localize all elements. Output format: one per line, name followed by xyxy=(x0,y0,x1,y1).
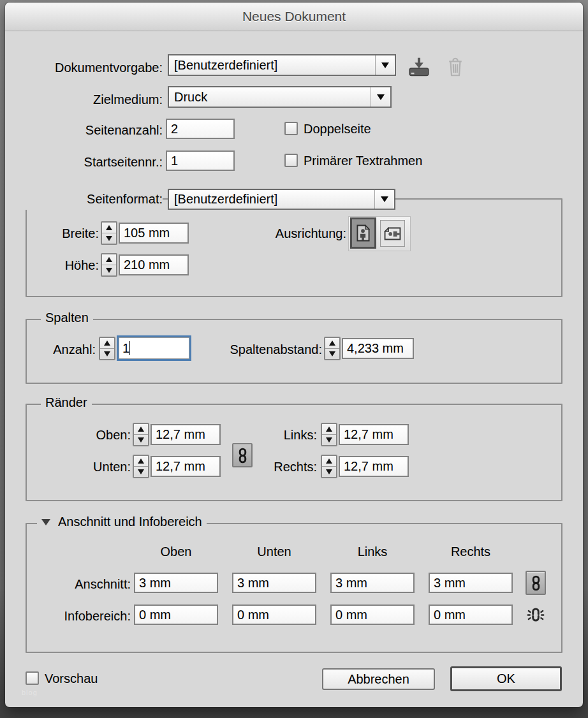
chevron-down-icon xyxy=(381,196,388,202)
cancel-button[interactable]: Abbrechen xyxy=(322,668,435,690)
bleed-slug-legend: Anschnitt und Infobereich xyxy=(37,515,207,529)
columns-legend: Spalten xyxy=(41,311,93,325)
stepper-down-icon[interactable] xyxy=(100,348,114,359)
margin-top-field[interactable]: 12,7 mm xyxy=(151,424,221,445)
stepper-up-icon[interactable] xyxy=(102,223,116,233)
text-caret xyxy=(129,341,130,355)
width-field[interactable]: 105 mm xyxy=(119,223,189,244)
start-page-label: Startseitennr.: xyxy=(18,152,163,172)
intent-label: Zielmedium: xyxy=(18,89,163,110)
stepper-up-icon[interactable] xyxy=(322,456,336,466)
stepper-up-icon[interactable] xyxy=(100,338,114,348)
stepper-up-icon[interactable] xyxy=(102,254,116,265)
width-stepper[interactable] xyxy=(101,221,117,245)
stepper-down-icon[interactable] xyxy=(102,233,116,244)
bleed-link-button[interactable] xyxy=(526,571,546,595)
stepper-down-icon[interactable] xyxy=(325,348,339,359)
chevron-down-icon xyxy=(381,62,389,68)
margin-bottom-stepper[interactable] xyxy=(133,455,149,478)
margin-left-label: Links: xyxy=(241,425,317,446)
margins-group: Ränder xyxy=(26,404,562,501)
column-count-label: Anzahl: xyxy=(18,338,96,362)
delete-preset-button[interactable] xyxy=(444,56,467,78)
stepper-up-icon[interactable] xyxy=(134,456,148,466)
portrait-page-icon xyxy=(356,224,370,242)
facing-pages-label: Doppelseite xyxy=(304,120,371,138)
page-format-legend: Seitenformat: xyxy=(18,189,163,210)
broken-chain-icon xyxy=(526,605,545,624)
start-page-field[interactable]: 1 xyxy=(166,150,235,171)
document-preset-dropdown[interactable]: [Benutzerdefiniert] xyxy=(168,54,396,76)
stepper-up-icon[interactable] xyxy=(322,424,336,434)
margin-left-stepper[interactable] xyxy=(321,423,337,446)
bleed-slug-legend-text: Anschnitt und Infobereich xyxy=(58,515,202,529)
bleed-left-field[interactable]: 3 mm xyxy=(330,573,415,593)
margin-bottom-field[interactable]: 12,7 mm xyxy=(151,456,221,477)
landscape-page-icon xyxy=(384,227,401,240)
dropdown-arrow-zone xyxy=(375,55,395,75)
disclosure-triangle-icon[interactable] xyxy=(41,519,50,525)
preview-checkbox[interactable] xyxy=(26,671,39,685)
slug-top-field[interactable]: 0 mm xyxy=(134,604,218,625)
stepper-up-icon[interactable] xyxy=(134,424,148,434)
stepper-down-icon[interactable] xyxy=(322,434,336,445)
stepper-down-icon[interactable] xyxy=(102,265,116,275)
dropdown-arrow-zone xyxy=(374,190,394,209)
page-count-label: Seitenanzahl: xyxy=(18,120,163,140)
facing-pages-checkbox[interactable] xyxy=(284,122,298,135)
stepper-down-icon[interactable] xyxy=(134,466,148,477)
column-count-stepper[interactable] xyxy=(99,337,115,360)
preview-label: Vorschau xyxy=(45,670,98,687)
margins-link-button[interactable] xyxy=(232,443,253,467)
primary-text-frame-checkbox[interactable] xyxy=(284,154,298,167)
orientation-landscape-button[interactable] xyxy=(380,220,405,247)
ok-button[interactable]: OK xyxy=(450,666,562,691)
trash-icon xyxy=(447,57,464,77)
bleed-bottom-field[interactable]: 3 mm xyxy=(232,573,316,593)
margin-top-stepper[interactable] xyxy=(133,423,149,446)
margin-left-field[interactable]: 12,7 mm xyxy=(339,424,409,445)
stepper-up-icon[interactable] xyxy=(325,338,339,348)
margin-bottom-label: Unten: xyxy=(56,457,131,478)
orientation-portrait-button[interactable] xyxy=(350,217,376,249)
save-preset-button[interactable] xyxy=(406,55,432,78)
slug-right-field[interactable]: 0 mm xyxy=(429,604,513,625)
column-header-left: Links xyxy=(330,545,415,559)
slug-left-field[interactable]: 0 mm xyxy=(330,604,415,625)
stepper-down-icon[interactable] xyxy=(134,434,148,445)
watermark-text: blog xyxy=(22,689,38,696)
chevron-down-icon xyxy=(377,94,385,100)
column-header-bottom: Unten xyxy=(232,545,316,559)
slug-bottom-field[interactable]: 0 mm xyxy=(232,604,316,625)
margin-top-label: Oben: xyxy=(56,425,131,446)
dialog-title: Neues Dokument xyxy=(242,9,346,24)
intent-dropdown[interactable]: Druck xyxy=(168,86,392,108)
primary-text-frame-label: Primärer Textrahmen xyxy=(304,152,422,170)
gutter-field[interactable]: 4,233 mm xyxy=(342,338,414,359)
chain-link-icon xyxy=(237,448,248,464)
bleed-top-field[interactable]: 3 mm xyxy=(134,573,218,593)
intent-value: Druck xyxy=(174,90,371,105)
gutter-stepper[interactable] xyxy=(324,337,341,360)
margin-right-field[interactable]: 12,7 mm xyxy=(339,456,409,477)
height-stepper[interactable] xyxy=(101,253,117,277)
page-count-field[interactable]: 2 xyxy=(166,119,235,139)
dropdown-arrow-zone xyxy=(371,87,390,106)
page-size-dropdown[interactable]: [Benutzerdefiniert] xyxy=(168,189,395,210)
gutter-label: Spaltenabstand: xyxy=(196,338,322,362)
height-field[interactable]: 210 mm xyxy=(119,254,189,275)
slug-label: Infobereich: xyxy=(24,606,131,626)
slug-unlink-button[interactable] xyxy=(524,603,547,626)
height-label: Höhe: xyxy=(31,255,99,276)
chain-link-icon xyxy=(531,575,541,591)
stepper-down-icon[interactable] xyxy=(322,466,336,477)
margin-right-stepper[interactable] xyxy=(321,455,337,478)
orientation-label: Ausrichtung: xyxy=(254,223,346,244)
dialog-titlebar[interactable]: Neues Dokument xyxy=(5,3,583,31)
width-label: Breite: xyxy=(31,223,99,244)
save-preset-icon xyxy=(408,57,430,77)
bleed-right-field[interactable]: 3 mm xyxy=(429,573,513,593)
margins-legend: Ränder xyxy=(41,395,92,410)
page-format-group xyxy=(26,198,562,297)
column-count-field[interactable]: 1 xyxy=(117,335,191,361)
